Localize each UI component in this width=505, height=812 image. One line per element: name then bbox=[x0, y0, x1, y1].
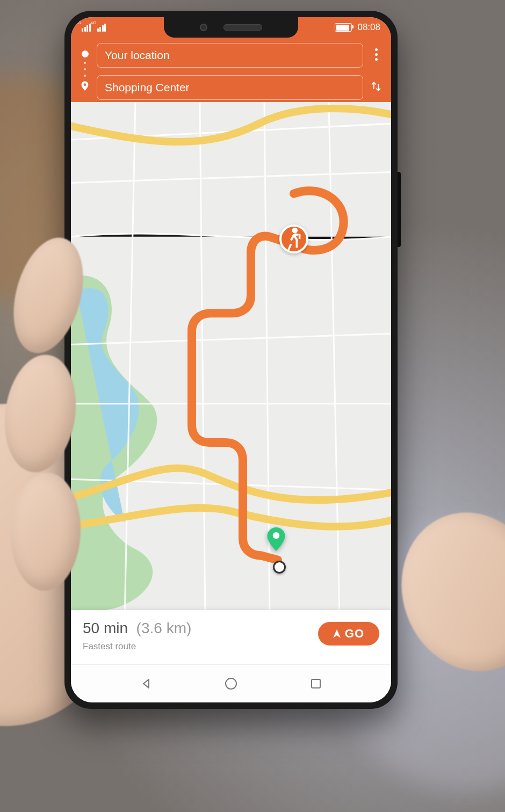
origin-field[interactable]: Your location bbox=[97, 43, 363, 68]
svg-point-3 bbox=[226, 678, 236, 689]
android-nav-bar bbox=[71, 664, 391, 702]
connector-dot-icon bbox=[84, 62, 86, 64]
phone-notch bbox=[164, 17, 298, 38]
status-time: 08:08 bbox=[357, 22, 380, 33]
svg-rect-4 bbox=[312, 679, 320, 688]
destination-field[interactable]: Shopping Center bbox=[97, 75, 363, 100]
origin-dot-icon bbox=[82, 50, 89, 57]
destination-marker-icon[interactable] bbox=[264, 527, 288, 551]
route-distance: (3.6 km) bbox=[136, 620, 192, 636]
map-canvas[interactable] bbox=[71, 102, 391, 619]
route-time-distance: 50 min (3.6 km) bbox=[83, 620, 191, 637]
circle-home-icon bbox=[224, 677, 238, 691]
route-endpoints-icon bbox=[78, 43, 91, 100]
connector-dot-icon bbox=[84, 75, 86, 77]
battery-icon bbox=[335, 23, 352, 32]
signal-icon bbox=[82, 24, 91, 32]
route-summary-sheet[interactable]: 50 min (3.6 km) Fastest route GO bbox=[71, 610, 391, 665]
svg-point-1 bbox=[292, 228, 298, 234]
destination-pin-icon bbox=[81, 81, 89, 92]
phone-screen: 08:08 Your location Shopping Center bbox=[71, 17, 391, 702]
signal-icon bbox=[97, 24, 106, 32]
more-options-icon[interactable] bbox=[375, 48, 378, 61]
connector-dot-icon bbox=[84, 68, 86, 70]
status-left bbox=[82, 24, 106, 32]
triangle-back-icon bbox=[140, 677, 153, 690]
nav-back-button[interactable] bbox=[136, 674, 156, 693]
front-camera-icon bbox=[200, 24, 207, 31]
go-button[interactable]: GO bbox=[318, 622, 379, 646]
destination-text: Shopping Center bbox=[105, 81, 190, 94]
swap-route-icon[interactable] bbox=[371, 81, 381, 95]
route-info: 50 min (3.6 km) Fastest route bbox=[83, 620, 191, 652]
square-recent-icon bbox=[310, 678, 322, 690]
speaker-grill-icon bbox=[223, 24, 262, 31]
header-action-icons bbox=[369, 43, 384, 100]
walking-mode-icon[interactable] bbox=[279, 224, 308, 253]
status-right: 08:08 bbox=[335, 22, 380, 33]
route-inputs: Your location Shopping Center bbox=[97, 43, 363, 100]
map-svg bbox=[71, 102, 391, 619]
route-end-dot-icon bbox=[273, 561, 286, 574]
route-duration: 50 min bbox=[83, 620, 128, 636]
svg-point-2 bbox=[273, 532, 279, 539]
nav-recent-button[interactable] bbox=[306, 674, 326, 693]
origin-text: Your location bbox=[105, 49, 170, 62]
route-description: Fastest route bbox=[83, 641, 191, 652]
go-label: GO bbox=[345, 627, 364, 641]
directions-header: Your location Shopping Center bbox=[71, 38, 391, 108]
navigate-arrow-icon bbox=[333, 629, 341, 638]
phone-frame: 08:08 Your location Shopping Center bbox=[64, 11, 398, 709]
nav-home-button[interactable] bbox=[221, 674, 241, 693]
